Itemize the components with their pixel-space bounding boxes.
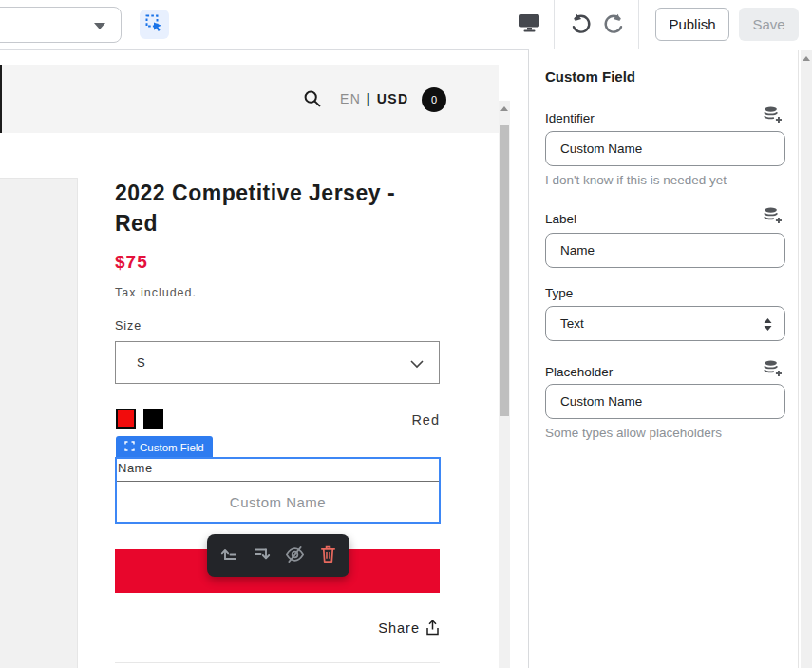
dynamic-source-button[interactable] — [761, 359, 784, 380]
label-input[interactable] — [545, 233, 785, 268]
scroll-up-arrow-icon — [500, 106, 508, 111]
panel-title: Custom Field — [545, 68, 635, 85]
locale-separator: | — [367, 91, 371, 106]
product-image-placeholder — [0, 178, 78, 668]
panel-scrollbar[interactable] — [801, 50, 812, 668]
move-up-button[interactable] — [217, 544, 241, 568]
element-toolbar — [207, 534, 349, 577]
type-label: Type — [545, 286, 573, 300]
store-preview-pane: EN | USD 0 2022 Competitive Jersey - Red… — [0, 50, 510, 668]
share-label: Share — [378, 620, 420, 636]
currency-label: USD — [377, 91, 409, 106]
move-up-icon — [219, 544, 238, 566]
search-icon — [303, 97, 322, 111]
toolbar-divider — [638, 0, 639, 49]
identifier-input[interactable] — [545, 131, 785, 166]
toolbar-divider — [554, 0, 555, 49]
share-icon — [420, 620, 440, 636]
database-add-icon — [763, 105, 783, 126]
label-label: Label — [545, 212, 576, 226]
save-button[interactable]: Save — [739, 8, 799, 41]
database-add-icon — [763, 359, 783, 380]
desktop-monitor-icon — [519, 13, 540, 36]
custom-field-selection-badge[interactable]: Custom Field — [116, 436, 213, 458]
preview-scrollbar-thumb[interactable] — [500, 125, 509, 416]
trash-icon — [319, 544, 337, 566]
placeholder-input[interactable] — [545, 384, 785, 419]
custom-field-widget-label: Name — [118, 461, 153, 475]
hide-button[interactable] — [283, 544, 308, 568]
size-select-value: S — [137, 355, 146, 370]
custom-field-widget-input[interactable] — [117, 482, 439, 522]
menu-drawer-edge — [0, 65, 2, 133]
scroll-up-arrow-icon — [803, 56, 810, 61]
editor-toolbar: Publish Save — [0, 0, 812, 50]
identifier-helper: I don't know if this is needed yet — [545, 173, 727, 187]
eye-off-icon — [285, 544, 305, 567]
publish-button[interactable]: Publish — [655, 8, 729, 41]
device-dropdown[interactable] — [0, 7, 122, 43]
desktop-preview-button[interactable] — [517, 12, 541, 37]
section-divider — [115, 662, 440, 663]
product-price: $75 — [115, 252, 148, 273]
size-select[interactable]: S — [115, 341, 440, 384]
size-label: Size — [115, 319, 142, 333]
undo-icon — [569, 12, 593, 39]
dynamic-source-button[interactable] — [761, 105, 784, 126]
undo-button[interactable] — [568, 12, 594, 38]
search-button[interactable] — [298, 86, 327, 114]
settings-panel: Custom Field Identifier I don't know if … — [528, 50, 799, 668]
delete-button[interactable] — [316, 544, 341, 568]
preview-scrollbar[interactable] — [499, 101, 510, 668]
tax-note: Tax included. — [115, 286, 197, 299]
product-title: 2022 Competitive Jersey - Red — [115, 179, 444, 239]
redo-icon — [602, 12, 626, 39]
caret-down-icon — [94, 23, 105, 29]
custom-field-badge-label: Custom Field — [140, 442, 204, 453]
identifier-label: Identifier — [545, 111, 595, 125]
selected-color-label: Red — [115, 412, 440, 428]
move-down-button[interactable] — [250, 544, 274, 568]
dynamic-source-button[interactable] — [761, 206, 784, 227]
select-element-button[interactable] — [140, 10, 169, 39]
placeholder-label: Placeholder — [545, 365, 613, 379]
locale-selector[interactable]: EN | USD — [340, 91, 409, 106]
marquee-cursor-icon — [145, 14, 163, 35]
custom-field-widget-outline: Name — [115, 457, 441, 524]
type-select-value: Text — [560, 316, 584, 331]
type-select[interactable]: Text — [545, 306, 785, 341]
selection-brackets-icon — [124, 441, 135, 453]
share-button[interactable]: Share — [115, 620, 440, 636]
store-header: EN | USD 0 — [0, 65, 499, 133]
placeholder-helper: Some types allow placeholders — [545, 426, 722, 440]
move-down-icon — [253, 544, 272, 566]
cart-count-badge[interactable]: 0 — [422, 87, 446, 112]
redo-button[interactable] — [601, 12, 627, 38]
language-label: EN — [340, 91, 361, 106]
database-add-icon — [763, 206, 783, 227]
